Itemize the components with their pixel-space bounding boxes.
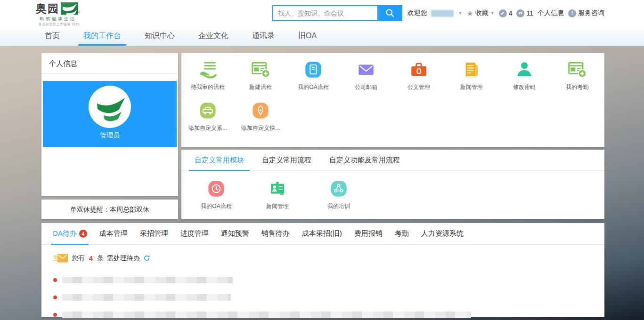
window-plus-icon bbox=[567, 59, 587, 80]
nav-my-workbench[interactable]: 我的工作台 bbox=[72, 26, 133, 46]
shortcut-new-flow[interactable]: 新建流程 bbox=[234, 59, 287, 100]
view-count: 11 bbox=[526, 9, 533, 17]
module-my-training[interactable]: 我的培训 bbox=[316, 178, 361, 210]
tab-progress-management[interactable]: 进度管理 bbox=[174, 223, 215, 244]
profile-link[interactable]: 个人信息 bbox=[538, 9, 564, 17]
car-icon bbox=[197, 100, 218, 121]
redacted-text bbox=[62, 312, 471, 318]
mail-rush-icon bbox=[53, 253, 68, 264]
tab-cost-procurement-old[interactable]: 成本采招(旧) bbox=[296, 223, 348, 244]
tab-custom-flows[interactable]: 自定义常用流程 bbox=[256, 150, 317, 170]
top-header: 奥园 ® 构筑健康生活 香港联交所上市编号:3883 欢迎您 ▼ ★ bbox=[0, 0, 644, 26]
redacted-text bbox=[62, 294, 231, 301]
favorites-menu[interactable]: ★ 收藏 ▼ bbox=[466, 9, 494, 18]
todo-card: OA待办 4 成本管理 采招管理 进度管理 通知预警 销售待办 成本采招(旧) … bbox=[41, 223, 604, 317]
personal-info-card: 个人信息 管理员 bbox=[41, 53, 178, 196]
user-role-name: 管理员 bbox=[100, 131, 120, 140]
module-my-oa-flows[interactable]: 我的OA流程 bbox=[194, 178, 239, 210]
clock-icon bbox=[206, 178, 227, 199]
registered-mark: ® bbox=[78, 11, 80, 14]
star-icon: ★ bbox=[466, 9, 473, 18]
service-label: 服务咨询 bbox=[578, 9, 604, 17]
nav-home[interactable]: 首页 bbox=[33, 26, 72, 46]
shortcut-add-custom-quick[interactable]: 添加自定义快... bbox=[234, 100, 287, 141]
avatar[interactable] bbox=[89, 86, 131, 128]
tab-hr-system[interactable]: 人力资源系统 bbox=[415, 223, 470, 244]
tab-oa-todo[interactable]: OA待办 4 bbox=[46, 223, 93, 244]
tab-custom-functions-flows[interactable]: 自定义功能及常用流程 bbox=[324, 150, 406, 170]
personal-info-title: 个人信息 bbox=[41, 53, 178, 74]
todo-item[interactable] bbox=[53, 271, 604, 288]
custom-modules-card: 自定义常用模块 自定义常用流程 自定义功能及常用流程 我的OA流程 bbox=[181, 150, 604, 219]
hand-documents-icon bbox=[197, 59, 218, 80]
brand-name: 奥园 bbox=[36, 2, 59, 15]
bullet-icon bbox=[53, 296, 57, 299]
shortcut-change-password[interactable]: 修改密码 bbox=[498, 59, 551, 100]
search-input[interactable] bbox=[272, 5, 377, 21]
shortcut-my-oa-flows[interactable]: 我的OA流程 bbox=[287, 59, 340, 100]
todo-message-prefix: 您有 bbox=[72, 254, 85, 263]
module-news-management[interactable]: 新闻管理 bbox=[255, 178, 300, 210]
brand-logo[interactable]: 奥园 ® 构筑健康生活 香港联交所上市编号:3883 bbox=[36, 2, 80, 27]
todo-list bbox=[41, 264, 604, 320]
shortcut-pending-approvals[interactable]: 待我审的流程 bbox=[181, 59, 234, 100]
todo-message: 您有4条需处理待办 bbox=[41, 245, 604, 264]
shortcuts-card: 待我审的流程 新建流程 bbox=[181, 53, 604, 147]
nav-knowledge-center[interactable]: 知识中心 bbox=[133, 26, 187, 46]
avatar-logo-icon bbox=[89, 86, 131, 128]
search-button[interactable] bbox=[377, 5, 402, 21]
shortcut-company-mail[interactable]: 公司邮箱 bbox=[340, 59, 392, 100]
todo-message-unit: 条 bbox=[97, 254, 104, 263]
edit-counter[interactable]: 4 bbox=[499, 9, 513, 17]
eye-icon bbox=[516, 9, 524, 17]
todo-tabbar: OA待办 4 成本管理 采招管理 进度管理 通知预警 销售待办 成本采招(旧) … bbox=[41, 223, 604, 245]
id-badge-icon bbox=[267, 178, 288, 199]
tab-notice-warning[interactable]: 通知预警 bbox=[215, 223, 255, 244]
nav-old-oa[interactable]: 旧OA bbox=[286, 26, 328, 46]
pen-nib-icon bbox=[250, 100, 271, 121]
brand-swoosh-icon bbox=[61, 2, 78, 16]
window-plus-icon bbox=[250, 59, 271, 80]
envelope-icon bbox=[356, 59, 376, 80]
shortcut-news-management[interactable]: 新闻管理 bbox=[445, 59, 498, 100]
tab-attendance[interactable]: 考勤 bbox=[389, 223, 415, 244]
briefcase-icon bbox=[408, 59, 429, 80]
view-counter[interactable]: 11 bbox=[516, 9, 533, 17]
person-icon bbox=[514, 59, 535, 80]
edit-count: 4 bbox=[509, 9, 513, 17]
todo-message-link[interactable]: 需处理待办 bbox=[107, 254, 140, 263]
brand-tagline: 构筑健康生活 bbox=[36, 16, 80, 22]
todo-item[interactable] bbox=[53, 288, 604, 306]
document-icon bbox=[303, 59, 324, 80]
global-search bbox=[272, 5, 402, 21]
tab-custom-modules[interactable]: 自定义常用模块 bbox=[189, 150, 250, 170]
shortcut-document-management[interactable]: 公文管理 bbox=[392, 59, 445, 100]
tab-procurement-management[interactable]: 采招管理 bbox=[134, 223, 174, 244]
shortcut-add-custom-system[interactable]: 添加自定义系... bbox=[181, 100, 234, 141]
bullet-icon bbox=[53, 313, 57, 317]
nav-contacts[interactable]: 通讯录 bbox=[240, 26, 286, 46]
pencil-icon bbox=[499, 9, 507, 17]
modules-tabbar: 自定义常用模块 自定义常用流程 自定义功能及常用流程 bbox=[181, 150, 604, 171]
shortcut-my-attendance[interactable]: 我的考勤 bbox=[551, 59, 603, 100]
todo-item[interactable] bbox=[53, 306, 604, 320]
main-nav: 首页 我的工作台 知识中心 企业文化 通讯录 旧OA bbox=[0, 26, 644, 46]
nav-corporate-culture[interactable]: 企业文化 bbox=[187, 26, 240, 46]
service-link[interactable]: ! 服务咨询 bbox=[568, 9, 604, 17]
weekend-reminder-card: 单双休提醒：本周总部双休 bbox=[41, 200, 178, 219]
favorites-label: 收藏 bbox=[475, 9, 489, 17]
tab-expense-reimbursement[interactable]: 费用报销 bbox=[348, 223, 389, 244]
user-name-redacted[interactable] bbox=[431, 10, 454, 17]
refresh-icon[interactable] bbox=[143, 255, 150, 262]
chevron-down-icon[interactable]: ▼ bbox=[458, 11, 462, 16]
modules-items: 我的OA流程 新闻管理 bbox=[181, 171, 604, 210]
redacted-text bbox=[62, 277, 233, 283]
profile-box[interactable]: 管理员 bbox=[43, 81, 177, 147]
tab-sales-todo[interactable]: 销售待办 bbox=[255, 223, 296, 244]
share-nodes-icon bbox=[328, 178, 349, 199]
welcome-label: 欢迎您 bbox=[407, 9, 427, 17]
todo-count-badge: 4 bbox=[79, 230, 87, 238]
chevron-down-icon: ▼ bbox=[490, 11, 495, 16]
tab-cost-management[interactable]: 成本管理 bbox=[93, 223, 134, 244]
profile-label: 个人信息 bbox=[538, 9, 564, 17]
